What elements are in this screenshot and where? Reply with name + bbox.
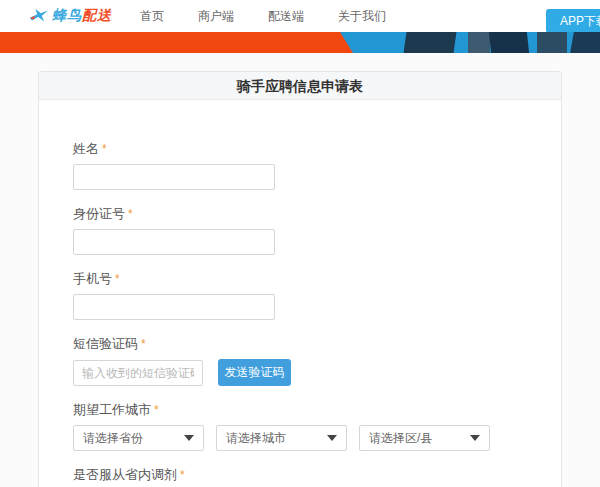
logo-text-primary: 蜂鸟 (52, 7, 82, 25)
chevron-down-icon (470, 435, 480, 441)
name-input[interactable] (73, 164, 275, 190)
banner-photo-fragment (570, 32, 600, 53)
field-name: 姓名* (73, 140, 527, 190)
field-id-number: 身份证号* (73, 205, 527, 255)
city-select[interactable]: 请选择城市 (216, 425, 347, 451)
hero-banner-strip (0, 32, 600, 53)
top-navigation: 蜂鸟 配送 首页 商户端 配送端 关于我们 APP下载 (0, 0, 600, 32)
field-sms-code: 短信验证码* 发送验证码 (73, 335, 527, 386)
required-marker: * (115, 272, 120, 286)
field-phone-label: 手机号* (73, 270, 527, 288)
required-marker: * (102, 142, 107, 156)
field-relocation-label: 是否服从省内调剂* (73, 466, 527, 484)
app-download-button[interactable]: APP下载 (546, 9, 600, 33)
sms-code-input[interactable] (73, 360, 203, 386)
field-phone: 手机号* (73, 270, 527, 320)
field-id-number-label: 身份证号* (73, 205, 527, 223)
banner-photo-fragment (489, 32, 529, 53)
field-city: 期望工作城市* 请选择省份 请选择城市 请选择区/县 (73, 401, 527, 451)
logo-text-secondary: 配送 (82, 7, 112, 25)
page-main: 骑手应聘信息申请表 姓名* 身份证号* 手机号* (0, 53, 600, 487)
nav-links: 首页 商户端 配送端 关于我们 (128, 8, 408, 25)
required-marker: * (154, 403, 159, 417)
nav-item-merchant[interactable]: 商户端 (186, 8, 246, 25)
send-code-button[interactable]: 发送验证码 (218, 359, 291, 386)
banner-orange-ribbon (0, 32, 360, 53)
chevron-down-icon (327, 435, 337, 441)
field-sms-code-label: 短信验证码* (73, 335, 527, 353)
banner-photo-fragment (468, 32, 490, 53)
required-marker: * (128, 207, 133, 221)
bird-icon (28, 7, 50, 25)
required-marker: * (141, 337, 146, 351)
district-select-value: 请选择区/县 (369, 430, 432, 447)
nav-item-delivery[interactable]: 配送端 (256, 8, 316, 25)
id-number-input[interactable] (73, 229, 275, 255)
brand-logo[interactable]: 蜂鸟 配送 (28, 7, 112, 25)
chevron-down-icon (184, 435, 194, 441)
banner-photo-fragment (404, 32, 457, 53)
province-select[interactable]: 请选择省份 (73, 425, 204, 451)
form-body: 姓名* 身份证号* 手机号* 短信验证码* (39, 100, 561, 487)
field-relocation: 是否服从省内调剂* 是 否 (73, 466, 527, 487)
nav-item-about[interactable]: 关于我们 (326, 8, 398, 25)
district-select[interactable]: 请选择区/县 (359, 425, 490, 451)
phone-input[interactable] (73, 294, 275, 320)
banner-photo-fragment (537, 32, 567, 53)
province-select-value: 请选择省份 (83, 430, 143, 447)
field-name-label: 姓名* (73, 140, 527, 158)
form-title: 骑手应聘信息申请表 (39, 72, 561, 100)
application-form-card: 骑手应聘信息申请表 姓名* 身份证号* 手机号* (38, 71, 562, 487)
nav-item-home[interactable]: 首页 (128, 8, 176, 25)
field-city-label: 期望工作城市* (73, 401, 527, 419)
required-marker: * (180, 468, 185, 482)
city-select-value: 请选择城市 (226, 430, 286, 447)
